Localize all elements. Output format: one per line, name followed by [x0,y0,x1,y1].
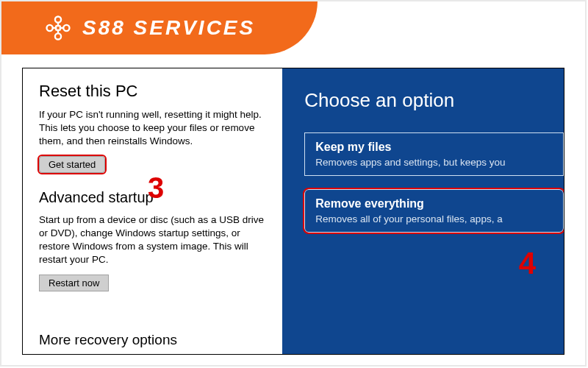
settings-split-view: Reset this PC If your PC isn't running w… [22,68,564,355]
remove-everything-title: Remove everything [315,197,553,210]
remove-everything-desc: Removes all of your personal files, apps… [315,213,553,224]
brand-banner: S88 SERVICES [1,1,318,54]
keep-my-files-desc: Removes apps and settings, but keeps you [315,157,553,168]
reset-pc-heading: Reset this PC [39,82,266,101]
keep-my-files-option[interactable]: Keep my files Removes apps and settings,… [304,132,564,176]
get-started-button[interactable]: Get started [39,156,105,173]
tutorial-frame: S88 SERVICES Reset this PC If your PC is… [0,0,587,367]
svg-point-1 [47,25,53,31]
keep-my-files-title: Keep my files [315,141,553,154]
remove-everything-option[interactable]: Remove everything Removes all of your pe… [304,189,564,233]
advanced-startup-description: Start up from a device or disc (such as … [39,213,266,267]
brand-text: S88 SERVICES [82,16,255,40]
choose-option-title: Choose an option [304,89,564,112]
svg-point-2 [63,25,69,31]
recovery-settings-pane: Reset this PC If your PC isn't running w… [23,68,282,354]
annotation-step-3: 3 [148,171,164,205]
more-recovery-options-heading: More recovery options [39,332,177,348]
svg-point-0 [55,17,61,23]
s88-logo-icon [44,14,72,42]
choose-option-dialog: Choose an option Keep my files Removes a… [282,68,564,354]
annotation-step-4: 4 [304,246,536,281]
reset-pc-description: If your PC isn't running well, resetting… [39,108,266,149]
svg-rect-4 [56,26,60,30]
restart-now-button[interactable]: Restart now [39,275,109,291]
svg-point-3 [55,33,61,39]
